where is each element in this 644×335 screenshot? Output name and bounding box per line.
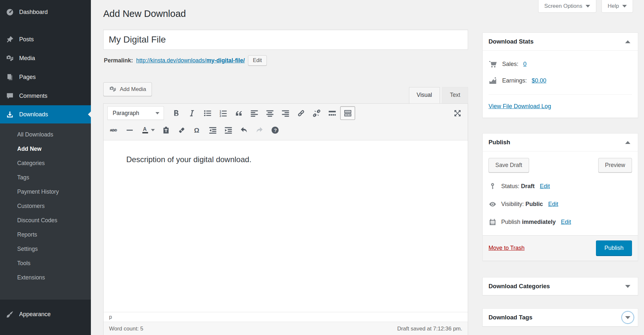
redo-button[interactable] [252,123,267,137]
permalink-link[interactable]: http://kinsta.dev/downloads/my-digital-f… [136,57,245,64]
panel-title: Download Categories [489,283,550,290]
undo-icon [240,126,248,135]
svg-text:3: 3 [219,114,221,118]
edit-status-link[interactable]: Edit [540,183,550,190]
paste-as-text-button[interactable] [158,123,173,137]
downloads-submenu: All Downloads Add New Categories Tags Pa… [0,123,91,300]
help-tab[interactable]: Help [601,0,633,13]
submenu-item-extensions[interactable]: Extensions [0,270,91,285]
sidebar-item-pages[interactable]: Pages [0,68,91,86]
horizontal-rule-button[interactable] [122,123,137,137]
panel-title: Download Tags [489,314,532,321]
submenu-item-add-new[interactable]: Add New [0,142,91,156]
insert-link-button[interactable] [293,106,308,120]
sidebar-item-appearance[interactable]: Appearance [0,305,91,324]
read-more-button[interactable] [325,106,340,120]
publish-button[interactable]: Publish [596,240,632,256]
submenu-item-customers[interactable]: Customers [0,199,91,213]
earnings-amount-link[interactable]: $0.00 [532,77,546,84]
align-center-button[interactable] [262,106,277,120]
post-title-input[interactable] [103,30,468,50]
collapse-toggle[interactable] [622,280,634,292]
visual-editor: Paragraph 123 [103,103,468,335]
indent-button[interactable] [221,123,236,137]
collapse-toggle-focused[interactable] [622,311,634,324]
remove-link-button[interactable] [309,106,324,120]
fullscreen-button[interactable] [450,106,465,120]
preview-button[interactable]: Preview [598,158,632,173]
italic-button[interactable] [184,106,199,120]
view-download-log-link[interactable]: View File Download Log [489,103,551,110]
indent-icon [224,126,233,135]
fullscreen-icon [453,109,462,118]
sales-row: Sales: 0 [489,60,632,69]
editor-content-area[interactable]: Description of your digital download. [104,140,468,312]
sidebar-item-posts[interactable]: Posts [0,30,91,49]
submenu-item-settings[interactable]: Settings [0,242,91,256]
permalink-edit-button[interactable]: Edit [248,55,267,66]
sidebar-item-downloads[interactable]: Downloads [0,105,91,123]
triangle-down-icon [625,316,630,319]
chevron-down-icon [622,5,627,7]
collapse-toggle[interactable] [622,136,634,148]
edit-schedule-link[interactable]: Edit [561,219,571,225]
submenu-item-all-downloads[interactable]: All Downloads [0,127,91,142]
sidebar-item-dashboard[interactable]: Dashboard [0,3,91,21]
comments-icon [6,92,14,100]
panel-divider [489,94,632,95]
align-left-button[interactable] [247,106,262,120]
blockquote-button[interactable] [231,106,246,120]
submenu-item-categories[interactable]: Categories [0,156,91,170]
submenu-item-reports[interactable]: Reports [0,227,91,242]
clear-formatting-button[interactable] [174,123,189,137]
screen-options-label: Screen Options [544,3,582,9]
undo-button[interactable] [236,123,251,137]
download-categories-panel: Download Categories [482,277,638,295]
move-to-trash-link[interactable]: Move to Trash [489,245,525,251]
text-color-button[interactable]: A [138,123,158,137]
editor-paragraph[interactable]: Description of your digital download. [126,155,445,164]
media-icon [6,54,14,62]
editor-element-path[interactable]: p [104,312,468,322]
align-center-icon [266,109,274,118]
sidebar-item-comments[interactable]: Comments [0,86,91,105]
publish-header[interactable]: Publish [483,134,638,151]
bullet-list-button[interactable] [200,106,215,120]
bold-button[interactable] [169,106,184,120]
download-stats-panel: Download Stats Sales: 0 Earnings: $0.00 [482,32,638,118]
screen-options-tab[interactable]: Screen Options [538,0,596,13]
align-right-button[interactable] [278,106,293,120]
download-stats-body: Sales: 0 Earnings: $0.00 View File Downl… [483,50,638,118]
svg-text:A: A [143,126,147,132]
add-media-button[interactable]: Add Media [103,82,152,96]
unlink-icon [312,109,321,118]
download-stats-header[interactable]: Download Stats [483,33,638,50]
save-draft-button[interactable]: Save Draft [489,158,529,173]
special-character-button[interactable]: Ω [190,123,204,137]
submenu-item-discount-codes[interactable]: Discount Codes [0,213,91,227]
sales-count-link[interactable]: 0 [523,61,526,68]
submenu-item-tags[interactable]: Tags [0,170,91,185]
active-item-arrow [85,111,91,117]
download-tags-header[interactable]: Download Tags [483,309,638,326]
sidebar-item-label: Appearance [19,311,51,318]
numbered-list-button[interactable]: 123 [216,106,230,120]
outdent-button[interactable] [205,123,220,137]
tab-text[interactable]: Text [442,87,468,103]
word-count-label: Word count: [109,326,139,332]
strikethrough-button[interactable]: ABC [106,123,121,137]
schedule-row: Publish immediately Edit [489,218,632,226]
wordpress-admin-screen: Dashboard Posts Media Pages Comments Dow… [0,0,644,335]
paragraph-format-select[interactable]: Paragraph [107,106,164,120]
submenu-item-payment-history[interactable]: Payment History [0,185,91,199]
tab-visual[interactable]: Visual [409,87,440,103]
help-button[interactable]: ? [267,123,282,137]
collapse-toggle[interactable] [622,35,634,48]
sidebar-item-label: Pages [19,74,36,81]
toolbar-toggle-button[interactable] [340,106,355,120]
edit-visibility-link[interactable]: Edit [548,201,558,208]
download-categories-header[interactable]: Download Categories [483,277,638,295]
element-path-tag[interactable]: p [109,314,112,320]
sidebar-item-media[interactable]: Media [0,49,91,68]
submenu-item-tools[interactable]: Tools [0,256,91,270]
